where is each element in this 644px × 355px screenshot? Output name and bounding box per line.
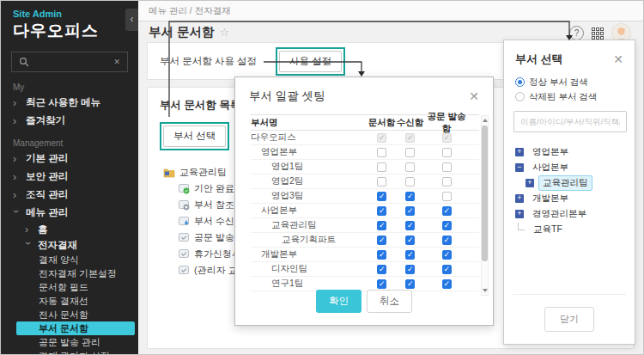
checkbox-official[interactable] (442, 265, 452, 274)
sidebar-item-security-manage[interactable]: › 보안 관리 (1, 168, 138, 186)
expand-plus-icon[interactable] (515, 148, 524, 156)
checkbox-receivebox[interactable] (405, 206, 415, 216)
chevron-right-icon: › (13, 116, 20, 126)
dept-select-button[interactable]: 부서 선택 (163, 125, 226, 147)
col-receivebox: 수신함 (396, 117, 424, 129)
checkbox-docbox[interactable] (377, 265, 386, 274)
sidebar-item-recent-menus[interactable]: › 최근 사용한 메뉴 (1, 94, 138, 112)
checkbox-docbox[interactable] (377, 148, 386, 157)
table-row: 사업본부 (251, 204, 479, 218)
sidebar-item-official-send[interactable]: 공문 발송 관리 (16, 335, 135, 349)
checkbox-docbox[interactable] (377, 236, 386, 245)
sidebar-item-docbox-field[interactable]: 문서함 필드 (16, 280, 135, 294)
checkbox-official[interactable] (442, 206, 452, 216)
sidebar-item-epayment[interactable]: › 전자결재 (1, 237, 138, 253)
cancel-button[interactable]: 취소 (367, 290, 412, 313)
dept-tree-item[interactable]: 교육TF (504, 222, 635, 237)
modal-scrollbar[interactable] (481, 115, 489, 296)
radio-on-icon[interactable] (515, 77, 525, 87)
checkbox-official[interactable] (442, 177, 452, 187)
search-clear-icon[interactable]: ✕ (113, 58, 120, 66)
checkbox-receivebox[interactable] (405, 162, 415, 172)
sidebar-item-home[interactable]: › 홈 (1, 222, 138, 237)
scroll-down-icon[interactable] (483, 289, 488, 292)
sidebar-item-approval-admin[interactable]: 결재 관리자 설정 (16, 349, 135, 355)
sidebar-item-label: 기본 관리 (26, 152, 68, 165)
checkbox-official[interactable] (442, 192, 452, 201)
dept-tree-label: 경영관리본부 (528, 206, 591, 222)
checkbox-official[interactable] (442, 279, 452, 289)
sidebar-item-dept-docbox[interactable]: 부서 문서함 (16, 321, 135, 335)
checkbox-receivebox[interactable] (405, 250, 415, 260)
checkbox-docbox[interactable] (377, 206, 386, 216)
dept-search-input[interactable] (513, 111, 627, 132)
checkbox-docbox[interactable] (377, 162, 386, 172)
sidebar-item-company-docbox[interactable]: 전사 문서함 (16, 308, 135, 321)
sidebar-item-label: 즐겨찾기 (26, 114, 65, 127)
modal-footer: 확인 취소 (235, 290, 493, 313)
checkbox-receivebox[interactable] (405, 192, 415, 201)
checkbox-official[interactable] (442, 162, 452, 172)
sidebar-search[interactable]: ✕ (11, 52, 128, 72)
checkbox-official[interactable] (442, 250, 452, 260)
close-button[interactable]: 닫기 (544, 307, 594, 332)
dept-name: 영업1팀 (251, 161, 368, 173)
app-title: 다우오피스 (13, 20, 126, 42)
sidebar-item-basic-manage[interactable]: › 기본 관리 (1, 150, 138, 168)
checkbox-official[interactable] (442, 236, 452, 245)
checkbox-docbox[interactable] (377, 250, 386, 260)
expand-minus-icon[interactable] (515, 163, 524, 172)
checkbox-official[interactable] (442, 148, 452, 157)
table-row: 개발본부 (251, 248, 479, 262)
expand-plus-icon[interactable] (526, 179, 534, 187)
close-icon[interactable]: ✕ (613, 53, 623, 65)
dept-tree-item[interactable]: 경영관리본부 (504, 206, 635, 222)
usage-settings-button[interactable]: 사용 설정 (279, 51, 342, 72)
expand-plus-icon[interactable] (515, 210, 524, 218)
sidebar: ‹ Site Admin 다우오피스 ✕ My › 최근 사용한 메뉴 › 즐겨… (1, 1, 138, 355)
checkbox-docbox[interactable] (377, 177, 386, 187)
close-icon[interactable]: ✕ (469, 90, 479, 102)
folder-icon (163, 168, 175, 178)
sidebar-item-org-manage[interactable]: › 조직 관리 (1, 186, 138, 204)
scroll-thumb[interactable] (482, 125, 488, 261)
checkbox-docbox[interactable] (377, 279, 386, 289)
radio-normal-search[interactable]: 정상 부서 검색 (504, 75, 635, 89)
scroll-up-icon[interactable] (483, 119, 488, 122)
panel-header: 부서 선택 ✕ (504, 40, 635, 75)
checkbox-receivebox[interactable] (405, 279, 415, 289)
checkbox-receivebox[interactable] (405, 133, 415, 143)
help-icon[interactable]: ? (569, 26, 584, 40)
checkbox-receivebox[interactable] (405, 221, 415, 230)
checkbox-receivebox[interactable] (405, 265, 415, 274)
sidebar-item-approval-form[interactable]: 결재 양식 (16, 253, 135, 266)
confirm-button[interactable]: 확인 (316, 290, 361, 313)
dept-tree-item[interactable]: 사업본부 (504, 160, 635, 175)
checkbox-docbox[interactable] (377, 221, 386, 230)
dept-tree-item[interactable]: 개발본부 (504, 191, 635, 206)
table-row: 영업1팀 (251, 160, 479, 174)
table-row: 영업본부 (251, 145, 479, 160)
apps-grid-icon[interactable] (592, 28, 604, 40)
sidebar-item-auto-approval-line[interactable]: 자동 결재선 (16, 294, 135, 308)
batch-table: 부서명 문서함 수신함 공문 발송함 다우오피스 영업본부 (251, 114, 479, 291)
favorite-star-icon[interactable]: ☆ (220, 26, 230, 39)
checkbox-receivebox[interactable] (405, 236, 415, 245)
radio-deleted-search[interactable]: 삭제된 부서 검색 (504, 89, 635, 104)
batch-setting-modal: 부서 일괄 셋팅 ✕ 부서명 문서함 수신함 공문 발송함 다우오피스 영업본부 (234, 77, 494, 326)
expand-plus-icon[interactable] (515, 194, 524, 203)
checkbox-receivebox[interactable] (405, 177, 415, 187)
radio-off-icon[interactable] (515, 92, 525, 101)
checkbox-docbox[interactable] (377, 192, 386, 201)
checkbox-official[interactable] (442, 221, 452, 230)
checkbox-receivebox[interactable] (405, 148, 415, 157)
checkbox-docbox[interactable] (377, 133, 386, 143)
sidebar-item-favorites[interactable]: › 즐겨찾기 (1, 112, 138, 130)
dept-tree-item[interactable]: 교육관리팀 (504, 175, 635, 191)
dept-tree-label: 영업본부 (528, 144, 573, 160)
sidebar-item-menu-manage[interactable]: › 메뉴 관리 (1, 204, 138, 222)
checkbox-official[interactable] (442, 133, 452, 143)
sidebar-item-epay-basic[interactable]: 전자결재 기본설정 (16, 266, 135, 280)
sidebar-collapse-button[interactable]: ‹ (125, 9, 138, 31)
dept-tree-item[interactable]: 영업본부 (504, 144, 635, 160)
